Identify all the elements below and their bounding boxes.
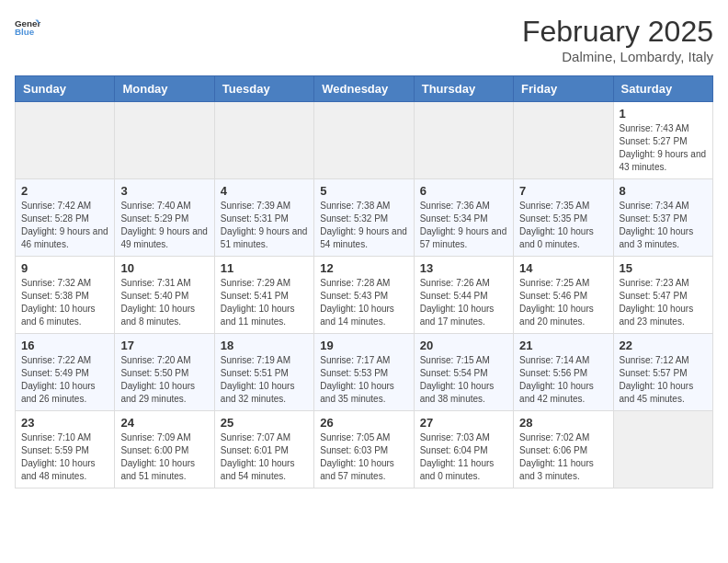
day-cell: 18Sunrise: 7:19 AM Sunset: 5:51 PM Dayli… xyxy=(214,334,313,411)
day-cell: 1Sunrise: 7:43 AM Sunset: 5:27 PM Daylig… xyxy=(613,102,712,179)
day-info: Sunrise: 7:15 AM Sunset: 5:54 PM Dayligh… xyxy=(420,354,507,406)
col-wednesday: Wednesday xyxy=(314,76,414,102)
col-monday: Monday xyxy=(115,76,214,102)
day-info: Sunrise: 7:26 AM Sunset: 5:44 PM Dayligh… xyxy=(420,277,507,328)
day-cell: 28Sunrise: 7:02 AM Sunset: 6:06 PM Dayli… xyxy=(514,411,613,488)
col-saturday: Saturday xyxy=(613,76,712,102)
title-block: February 2025 Dalmine, Lombardy, Italy xyxy=(522,15,713,64)
svg-text:Blue: Blue xyxy=(15,27,35,37)
day-cell: 16Sunrise: 7:22 AM Sunset: 5:49 PM Dayli… xyxy=(16,334,115,411)
week-row-3: 9Sunrise: 7:32 AM Sunset: 5:38 PM Daylig… xyxy=(16,257,713,334)
day-cell: 20Sunrise: 7:15 AM Sunset: 5:54 PM Dayli… xyxy=(414,334,513,411)
day-info: Sunrise: 7:29 AM Sunset: 5:41 PM Dayligh… xyxy=(221,277,308,328)
day-number: 8 xyxy=(620,184,707,198)
day-cell xyxy=(16,102,115,179)
day-cell: 8Sunrise: 7:34 AM Sunset: 5:37 PM Daylig… xyxy=(613,179,712,257)
day-number: 10 xyxy=(120,261,208,275)
day-number: 12 xyxy=(320,261,407,275)
logo: General Blue xyxy=(15,15,40,40)
day-info: Sunrise: 7:43 AM Sunset: 5:27 PM Dayligh… xyxy=(620,122,707,174)
day-number: 13 xyxy=(420,261,507,275)
day-info: Sunrise: 7:07 AM Sunset: 6:01 PM Dayligh… xyxy=(221,431,308,483)
week-row-4: 16Sunrise: 7:22 AM Sunset: 5:49 PM Dayli… xyxy=(16,334,713,411)
day-info: Sunrise: 7:14 AM Sunset: 5:56 PM Dayligh… xyxy=(519,354,607,406)
day-cell: 5Sunrise: 7:38 AM Sunset: 5:32 PM Daylig… xyxy=(314,179,414,257)
day-cell: 25Sunrise: 7:07 AM Sunset: 6:01 PM Dayli… xyxy=(214,411,313,488)
day-info: Sunrise: 7:34 AM Sunset: 5:37 PM Dayligh… xyxy=(620,200,707,251)
week-row-2: 2Sunrise: 7:42 AM Sunset: 5:28 PM Daylig… xyxy=(16,179,713,257)
week-row-5: 23Sunrise: 7:10 AM Sunset: 5:59 PM Dayli… xyxy=(16,411,713,488)
calendar-header-row: Sunday Monday Tuesday Wednesday Thursday… xyxy=(16,76,713,102)
day-number: 9 xyxy=(21,261,108,275)
day-info: Sunrise: 7:12 AM Sunset: 5:57 PM Dayligh… xyxy=(620,354,707,406)
day-info: Sunrise: 7:25 AM Sunset: 5:46 PM Dayligh… xyxy=(519,277,607,328)
day-info: Sunrise: 7:39 AM Sunset: 5:31 PM Dayligh… xyxy=(221,200,308,251)
day-cell: 11Sunrise: 7:29 AM Sunset: 5:41 PM Dayli… xyxy=(214,257,313,334)
day-cell xyxy=(613,411,712,488)
day-cell: 10Sunrise: 7:31 AM Sunset: 5:40 PM Dayli… xyxy=(115,257,214,334)
day-info: Sunrise: 7:40 AM Sunset: 5:29 PM Dayligh… xyxy=(120,200,208,251)
day-info: Sunrise: 7:05 AM Sunset: 6:03 PM Dayligh… xyxy=(320,431,407,483)
day-number: 21 xyxy=(519,339,607,352)
day-number: 23 xyxy=(21,416,108,430)
day-info: Sunrise: 7:36 AM Sunset: 5:34 PM Dayligh… xyxy=(420,200,507,251)
day-cell xyxy=(514,102,613,179)
day-info: Sunrise: 7:20 AM Sunset: 5:50 PM Dayligh… xyxy=(120,354,208,406)
day-info: Sunrise: 7:32 AM Sunset: 5:38 PM Dayligh… xyxy=(21,277,108,328)
col-friday: Friday xyxy=(514,76,613,102)
day-cell xyxy=(414,102,513,179)
day-number: 1 xyxy=(620,107,707,121)
calendar-table: Sunday Monday Tuesday Wednesday Thursday… xyxy=(15,75,713,488)
day-cell: 21Sunrise: 7:14 AM Sunset: 5:56 PM Dayli… xyxy=(514,334,613,411)
day-cell: 23Sunrise: 7:10 AM Sunset: 5:59 PM Dayli… xyxy=(16,411,115,488)
day-number: 6 xyxy=(420,184,507,198)
day-info: Sunrise: 7:09 AM Sunset: 6:00 PM Dayligh… xyxy=(120,431,208,483)
day-number: 19 xyxy=(320,339,407,352)
col-thursday: Thursday xyxy=(414,76,513,102)
day-info: Sunrise: 7:38 AM Sunset: 5:32 PM Dayligh… xyxy=(320,200,407,251)
day-number: 16 xyxy=(21,339,108,352)
day-info: Sunrise: 7:02 AM Sunset: 6:06 PM Dayligh… xyxy=(519,431,607,483)
day-cell xyxy=(115,102,214,179)
day-number: 3 xyxy=(120,184,208,198)
day-number: 15 xyxy=(620,261,707,275)
day-number: 18 xyxy=(221,339,308,352)
day-info: Sunrise: 7:17 AM Sunset: 5:53 PM Dayligh… xyxy=(320,354,407,406)
day-info: Sunrise: 7:23 AM Sunset: 5:47 PM Dayligh… xyxy=(620,277,707,328)
day-cell: 15Sunrise: 7:23 AM Sunset: 5:47 PM Dayli… xyxy=(613,257,712,334)
day-info: Sunrise: 7:19 AM Sunset: 5:51 PM Dayligh… xyxy=(221,354,308,406)
day-cell: 19Sunrise: 7:17 AM Sunset: 5:53 PM Dayli… xyxy=(314,334,414,411)
week-row-1: 1Sunrise: 7:43 AM Sunset: 5:27 PM Daylig… xyxy=(16,102,713,179)
day-cell: 27Sunrise: 7:03 AM Sunset: 6:04 PM Dayli… xyxy=(414,411,513,488)
day-cell: 12Sunrise: 7:28 AM Sunset: 5:43 PM Dayli… xyxy=(314,257,414,334)
day-cell: 6Sunrise: 7:36 AM Sunset: 5:34 PM Daylig… xyxy=(414,179,513,257)
day-info: Sunrise: 7:31 AM Sunset: 5:40 PM Dayligh… xyxy=(120,277,208,328)
col-sunday: Sunday xyxy=(16,76,115,102)
day-number: 14 xyxy=(519,261,607,275)
day-number: 22 xyxy=(620,339,707,352)
day-number: 28 xyxy=(519,416,607,430)
day-cell: 17Sunrise: 7:20 AM Sunset: 5:50 PM Dayli… xyxy=(115,334,214,411)
day-number: 4 xyxy=(221,184,308,198)
day-cell: 14Sunrise: 7:25 AM Sunset: 5:46 PM Dayli… xyxy=(514,257,613,334)
day-number: 17 xyxy=(120,339,208,352)
day-cell: 13Sunrise: 7:26 AM Sunset: 5:44 PM Dayli… xyxy=(414,257,513,334)
day-number: 26 xyxy=(320,416,407,430)
day-cell: 4Sunrise: 7:39 AM Sunset: 5:31 PM Daylig… xyxy=(214,179,313,257)
day-number: 27 xyxy=(420,416,507,430)
logo-icon: General Blue xyxy=(15,15,40,40)
day-cell: 24Sunrise: 7:09 AM Sunset: 6:00 PM Dayli… xyxy=(115,411,214,488)
day-cell xyxy=(214,102,313,179)
location-subtitle: Dalmine, Lombardy, Italy xyxy=(522,49,713,64)
day-cell: 7Sunrise: 7:35 AM Sunset: 5:35 PM Daylig… xyxy=(514,179,613,257)
day-info: Sunrise: 7:22 AM Sunset: 5:49 PM Dayligh… xyxy=(21,354,108,406)
day-number: 7 xyxy=(519,184,607,198)
day-info: Sunrise: 7:10 AM Sunset: 5:59 PM Dayligh… xyxy=(21,431,108,483)
day-info: Sunrise: 7:03 AM Sunset: 6:04 PM Dayligh… xyxy=(420,431,507,483)
day-number: 20 xyxy=(420,339,507,352)
day-cell: 2Sunrise: 7:42 AM Sunset: 5:28 PM Daylig… xyxy=(16,179,115,257)
month-year-title: February 2025 xyxy=(522,15,713,49)
day-number: 11 xyxy=(221,261,308,275)
day-cell: 26Sunrise: 7:05 AM Sunset: 6:03 PM Dayli… xyxy=(314,411,414,488)
day-cell: 9Sunrise: 7:32 AM Sunset: 5:38 PM Daylig… xyxy=(16,257,115,334)
